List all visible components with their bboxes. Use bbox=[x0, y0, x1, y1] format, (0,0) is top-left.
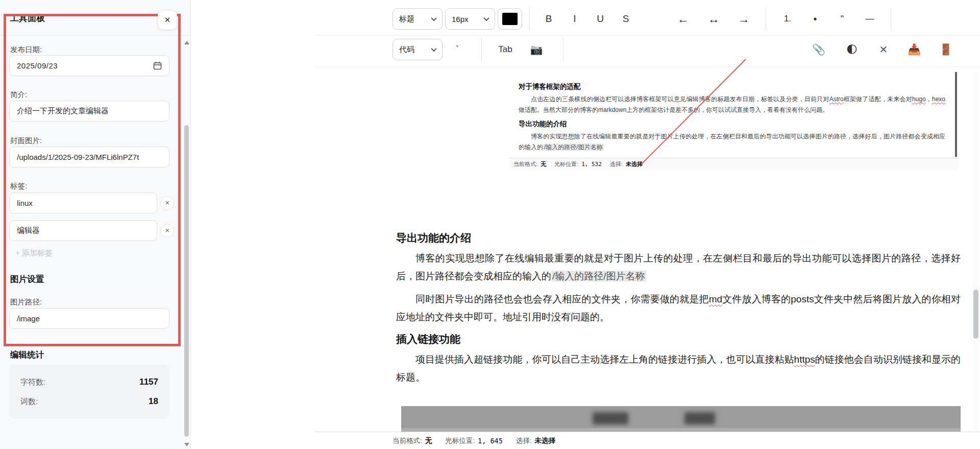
paragraph: 点击左边的三条横线的侧边栏可以选择博客框架可以意见编辑博客的标题发布日期，标签以… bbox=[519, 94, 945, 115]
document-scrollbar[interactable] bbox=[973, 72, 979, 432]
bold-button[interactable]: B bbox=[537, 8, 560, 30]
paragraph: 同时图片导出的路径也会也会存入相应的文件夹，你需要做的就是把md文件放入博客的p… bbox=[396, 290, 961, 326]
heading-select[interactable]: 标题 bbox=[393, 8, 443, 30]
word-count-label: 词数: bbox=[20, 397, 38, 407]
tag-input[interactable] bbox=[9, 193, 157, 214]
color-swatch bbox=[502, 13, 518, 25]
chevron-down-icon bbox=[483, 15, 489, 21]
sidebar-scrollbar-thumb[interactable] bbox=[184, 125, 189, 437]
arrow-both-button[interactable]: ↔ bbox=[702, 8, 725, 30]
panel-close-button[interactable]: ✕ bbox=[158, 10, 177, 30]
text-segment: 做适配。当然大部分的博客的markdown上方的框架估计是差不多的，你可以试试直… bbox=[519, 106, 828, 113]
embedded-cursor: 光标位置:1, 532 bbox=[554, 160, 602, 168]
x-icon: ✕ bbox=[165, 227, 169, 234]
stats-card: 字符数: 1157 词数: 18 bbox=[9, 365, 169, 419]
arrow-left-button[interactable]: ← bbox=[672, 8, 694, 30]
char-count-label: 字符数: bbox=[20, 377, 45, 387]
status-bar: 当前格式:无 光标位置:1, 645 选择:未选择 bbox=[314, 432, 980, 449]
text-segment: /输入的路径/图片名称 bbox=[551, 271, 646, 281]
intro-input[interactable] bbox=[9, 101, 169, 122]
text-segment: 同时图片导出的路径也会也会存入相应的文件夹，你需要做的就是把 bbox=[415, 294, 709, 304]
toolbar-separator bbox=[314, 35, 980, 36]
ordered-list-button[interactable]: 1. bbox=[776, 8, 799, 30]
close-icon: ✕ bbox=[164, 15, 171, 25]
export-button[interactable]: 📥 bbox=[903, 39, 925, 60]
remove-tag-button[interactable]: ✕ bbox=[160, 224, 174, 238]
image-path-input[interactable] bbox=[9, 308, 169, 329]
tags-label: 标签: bbox=[10, 181, 27, 191]
embedded-status-bar: 当前格式:无 光标位置:1, 532 选择:未选择 bbox=[509, 158, 959, 170]
embedded-content: 对于博客框架的适配点击左边的三条横线的侧边栏可以选择博客框架可以意见编辑博客的标… bbox=[509, 72, 959, 153]
status-inner: 当前格式:无 光标位置:1, 645 选择:未选择 bbox=[393, 432, 555, 449]
italic-button[interactable]: I bbox=[564, 8, 586, 30]
paragraph: 博客的实现思想除了在线编辑最重要的就是对于图片上传的处理，在左侧栏目和最后的导出… bbox=[519, 131, 945, 153]
publish-date-input[interactable] bbox=[9, 55, 169, 76]
quote-button[interactable]: " bbox=[831, 8, 853, 30]
embedded-scrollbar bbox=[955, 72, 957, 157]
underline-button[interactable]: U bbox=[589, 8, 611, 30]
cover-label: 封面图片: bbox=[10, 136, 42, 146]
section-heading: 对于博客框架的适配 bbox=[519, 82, 945, 91]
heading-select-label: 标题 bbox=[399, 14, 414, 24]
partial-image[interactable] bbox=[401, 406, 961, 432]
text-segment: 点击左边的三条横线的侧边栏可以选择博客框架可以意见编辑博客的标题发布日期，标签以… bbox=[531, 96, 829, 103]
remove-tag-button[interactable]: ✕ bbox=[160, 196, 174, 210]
tab-button[interactable]: Tab bbox=[491, 39, 520, 60]
embedded-selection: 选择:未选择 bbox=[610, 160, 643, 168]
section-heading: 导出功能的介绍 bbox=[396, 231, 961, 245]
divider bbox=[529, 7, 530, 31]
scroll-up-icon[interactable] bbox=[184, 41, 189, 44]
cover-input[interactable] bbox=[9, 147, 169, 168]
strikethrough-button[interactable]: S bbox=[615, 8, 637, 30]
chevron-down-icon bbox=[431, 15, 436, 21]
font-size-select[interactable]: 16px bbox=[445, 8, 495, 30]
char-count-value: 1157 bbox=[139, 377, 158, 387]
text-segment: Astro bbox=[829, 96, 844, 103]
image-settings-title: 图片设置 bbox=[10, 274, 44, 285]
inbox-tray-icon: 📥 bbox=[908, 43, 921, 56]
font-size-label: 16px bbox=[452, 15, 469, 23]
embedded-format: 当前格式:无 bbox=[513, 160, 546, 168]
section-heading: 插入链接功能 bbox=[396, 332, 961, 346]
code-select-label: 代码 bbox=[399, 45, 414, 55]
text-segment: hexo bbox=[932, 96, 945, 103]
bullet-list-button[interactable]: • bbox=[804, 8, 826, 30]
close-document-button[interactable]: ✕ bbox=[872, 39, 895, 60]
text-segment: ， bbox=[926, 96, 932, 103]
text-segment: md bbox=[709, 294, 722, 304]
text-segment: 博客的实现思想除了在线编辑最重要的就是对于图片上传的处理，在左侧栏目和最后的导出… bbox=[396, 253, 961, 281]
hr-button[interactable]: — bbox=[859, 8, 881, 30]
exit-button[interactable]: 🚪 bbox=[935, 39, 957, 60]
document-scrollbar-thumb[interactable] bbox=[973, 290, 978, 339]
word-count-value: 18 bbox=[149, 396, 158, 407]
editor-app: 工具面板 ✕ 发布日期: 简介: 封面图片: 标签: ✕ ✕ + 添加标签 图片… bbox=[0, 0, 980, 449]
paragraph: 博客的实现思想除了在线编辑最重要的就是对于图片上传的处理，在左侧栏目和最后的导出… bbox=[396, 249, 961, 285]
moon-icon: 🌓 bbox=[846, 43, 857, 56]
image-path-label: 图片路径: bbox=[10, 297, 42, 307]
sidebar-scrollbar[interactable] bbox=[183, 36, 190, 449]
stats-title: 编辑统计 bbox=[10, 349, 44, 361]
editor-document[interactable]: 导出功能的介绍博客的实现思想除了在线编辑最重要的就是对于图片上传的处理，在左侧栏… bbox=[396, 225, 961, 429]
tag-input[interactable] bbox=[9, 220, 157, 241]
tool-panel: 工具面板 ✕ 发布日期: 简介: 封面图片: 标签: ✕ ✕ + 添加标签 图片… bbox=[0, 0, 191, 449]
embedded-screenshot-image[interactable]: 对于博客框架的适配点击左边的三条横线的侧边栏可以选择博客框架可以意见编辑博客的标… bbox=[509, 72, 959, 170]
toolbar-separator bbox=[314, 66, 980, 67]
arrow-right-button[interactable]: → bbox=[732, 8, 755, 30]
theme-toggle-button[interactable]: 🌓 bbox=[841, 39, 863, 60]
divider bbox=[766, 7, 766, 31]
chevron-down-icon bbox=[431, 46, 436, 52]
code-select[interactable]: 代码 bbox=[393, 39, 443, 60]
attachment-button[interactable]: 📎 bbox=[807, 39, 830, 60]
text-segment: 框架做了适配，未来会对 bbox=[844, 96, 912, 103]
backtick-button[interactable]: ` bbox=[449, 39, 465, 60]
x-icon: ✕ bbox=[165, 200, 169, 206]
text-segment: /输入的路径/图片名称 bbox=[543, 144, 604, 151]
blurred-shape bbox=[593, 412, 628, 424]
scroll-down-icon[interactable] bbox=[184, 443, 189, 446]
text-color-button[interactable] bbox=[498, 8, 522, 30]
panel-title: 工具面板 bbox=[10, 12, 45, 24]
camera-button[interactable]: 📷 bbox=[525, 39, 548, 60]
add-tag-button[interactable]: + 添加标签 bbox=[15, 248, 53, 258]
divider bbox=[891, 7, 891, 31]
paragraph: 项目提供插入超链接功能，你可以自己主动选择左上角的链接进行插入，也可以直接粘贴h… bbox=[396, 350, 961, 386]
